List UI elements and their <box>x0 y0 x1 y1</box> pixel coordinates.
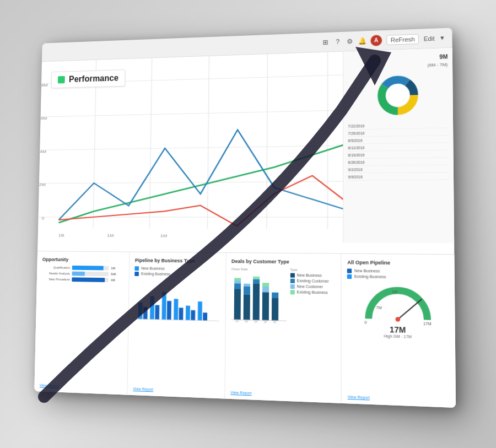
opportunity-title: Opportunity <box>42 257 124 263</box>
label-pipeline-existing: Existing Business <box>354 274 386 279</box>
hbar-fill-2 <box>72 272 85 276</box>
scene-container: ⊞ ? ⚙ 🔔 A ReFresh Edit ▼ Performance <box>0 0 496 448</box>
svg-rect-35 <box>203 312 207 321</box>
dropdown-icon[interactable]: ▼ <box>439 35 445 41</box>
deals-chart: Deals by Customer Type Close Date <box>225 253 342 403</box>
dot-new-cust <box>290 284 294 289</box>
refresh-button[interactable]: ReFresh <box>386 34 419 45</box>
svg-line-7 <box>207 56 209 229</box>
svg-rect-47 <box>262 292 268 320</box>
toolbar-icons: ⊞ ? ⚙ 🔔 A <box>321 35 382 48</box>
legend-item-existing-cust: Existing Customer <box>290 279 335 284</box>
svg-text:7M: 7M <box>376 305 382 310</box>
hbar-label-2: Needs Analysis <box>42 272 70 275</box>
legend-item-new: New Business <box>135 266 220 272</box>
svg-line-6 <box>149 58 152 228</box>
legend-text: Performance <box>69 73 118 84</box>
legend-item-new-cust: New Customer <box>290 284 335 289</box>
legend-dot-existing <box>134 272 139 276</box>
hbar-value-2: 50K <box>111 272 124 276</box>
svg-line-8 <box>267 54 268 229</box>
date-row-5: 8/19/2016 <box>348 151 449 159</box>
type-label: Type <box>290 268 335 272</box>
svg-text:17M: 17M <box>423 321 432 326</box>
gauge-container: 0 1M 17M 7M 17M High GM - 17M <box>347 281 449 339</box>
svg-rect-27 <box>155 305 160 319</box>
performance-legend: Performance <box>51 69 125 88</box>
svg-rect-49 <box>262 283 269 287</box>
user-avatar[interactable]: A <box>370 35 382 46</box>
pipeline-sub-value: (6M - 7M) <box>348 62 448 71</box>
hbar-fill-3 <box>72 277 105 282</box>
gauge-svg: 0 1M 17M 7M <box>360 281 436 326</box>
svg-text:Q1: Q1 <box>235 320 238 322</box>
opportunity-chart: Opportunity Qualification 1M Needs Analy… <box>34 251 130 395</box>
label-existing-biz: Existing Business <box>296 290 327 295</box>
svg-rect-41 <box>243 295 250 320</box>
svg-text:Q4: Q4 <box>263 321 267 323</box>
legend-item-new-biz: New Business <box>290 273 335 278</box>
right-data-panel: 9M (6M - 7M) 7/22/2016 <box>343 48 454 244</box>
svg-rect-30 <box>174 299 178 320</box>
pipeline-type-legend: New Business Existing Business <box>134 266 220 277</box>
svg-rect-44 <box>252 284 259 320</box>
date-row-8: 9/9/2016 <box>348 173 449 181</box>
label-new-cust: New Customer <box>296 285 323 289</box>
svg-text:Q3: Q3 <box>254 321 257 323</box>
svg-rect-51 <box>272 293 278 298</box>
close-date-label: Close Date <box>231 267 287 271</box>
pipeline-type-title: Pipeline by Business Type <box>135 257 220 263</box>
hbar-track-1 <box>72 266 109 271</box>
edit-button[interactable]: Edit <box>424 35 435 42</box>
svg-rect-42 <box>243 287 250 295</box>
legend-item-existing-biz: Existing Business <box>290 290 335 295</box>
hbar-track-3 <box>72 277 109 282</box>
donut-chart <box>348 72 448 119</box>
svg-rect-33 <box>191 310 196 321</box>
hbar-fill-1 <box>72 266 104 270</box>
hbar-container: Qualification 1M Needs Analysis 50K <box>42 265 124 282</box>
svg-text:Q5: Q5 <box>273 321 276 323</box>
svg-text:1M: 1M <box>392 290 398 294</box>
svg-rect-48 <box>262 287 269 292</box>
svg-text:0: 0 <box>42 217 45 221</box>
dot-pipeline-existing <box>347 274 352 279</box>
date-row-6: 8/26/2016 <box>348 158 449 166</box>
gauge-label: High GM - 17M <box>384 334 412 339</box>
deals-legend-items: New Business Existing Customer New Custo… <box>290 273 335 295</box>
help-icon[interactable]: ? <box>333 37 342 46</box>
main-chart-area: Performance <box>34 48 456 408</box>
label-existing-cust: Existing Customer <box>296 279 328 283</box>
svg-rect-40 <box>234 278 241 280</box>
svg-rect-32 <box>186 306 190 321</box>
pipeline-legend: New Business Existing Business <box>347 268 449 280</box>
svg-line-58 <box>397 299 421 320</box>
pipeline-bar-svg <box>134 278 220 327</box>
svg-point-23 <box>386 84 409 107</box>
dot-pipeline-new <box>347 268 352 273</box>
deals-svg: Q1 Q2 Q3 Q4 Q5 <box>231 272 287 323</box>
view-report-opportunity[interactable]: View Report <box>40 384 59 388</box>
svg-text:4M: 4M <box>40 149 46 154</box>
svg-rect-43 <box>244 284 250 287</box>
view-report-pipeline[interactable]: View Report <box>133 387 153 391</box>
legend-pipeline-new: New Business <box>347 268 449 274</box>
hbar-row-1: Qualification 1M <box>42 265 123 271</box>
notification-icon[interactable]: 🔔 <box>358 36 368 46</box>
svg-rect-39 <box>234 280 241 283</box>
svg-text:1M: 1M <box>160 234 168 238</box>
svg-rect-38 <box>234 283 241 289</box>
svg-text:0: 0 <box>364 320 366 325</box>
hbar-row-3: New Procedure 1M <box>42 277 124 283</box>
settings-icon[interactable]: ⚙ <box>346 37 354 46</box>
svg-rect-50 <box>272 298 278 321</box>
label-pipeline-new: New Business <box>354 269 380 273</box>
view-report-deals[interactable]: View Report <box>230 391 251 396</box>
svg-rect-34 <box>198 301 202 321</box>
legend-label-existing: Existing Business <box>141 272 170 277</box>
grid-icon[interactable]: ⊞ <box>321 37 330 46</box>
dot-existing-biz <box>290 290 294 294</box>
deals-title: Deals by Customer Type <box>231 258 335 265</box>
view-report-open-pipeline[interactable]: View Report <box>348 395 370 400</box>
deals-left: Close Date <box>231 267 287 326</box>
